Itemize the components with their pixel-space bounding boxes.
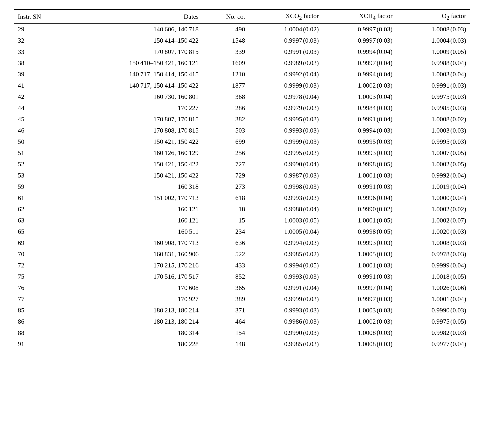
cell-xch4: 0.9994 (0.04) (323, 46, 397, 57)
cell-no-co: 382 (202, 114, 249, 125)
cell-no-co: 636 (202, 237, 249, 248)
cell-no-co: 1210 (202, 69, 249, 80)
cell-o2: 1.0002 (0.07) (396, 215, 470, 226)
cell-instr-sn: 53 (14, 170, 68, 181)
table-row: 62 160 121 18 0.9988 (0.04) 0.9990 (0.02… (14, 203, 470, 215)
table-row: 72 170 215, 170 216 433 0.9994 (0.05) 1.… (14, 260, 470, 271)
cell-o2: 1.0002 (0.05) (396, 159, 470, 170)
table-row: 33 170 807, 170 815 339 0.9991 (0.03) 0.… (14, 46, 470, 57)
cell-no-co: 256 (202, 147, 249, 159)
table-row: 46 170 808, 170 815 503 0.9993 (0.03) 0.… (14, 125, 470, 136)
cell-no-co: 234 (202, 226, 249, 237)
cell-instr-sn: 44 (14, 102, 68, 114)
table-row: 52 150 421, 150 422 727 0.9990 (0.04) 0.… (14, 159, 470, 170)
cell-xch4: 1.0005 (0.03) (323, 248, 397, 260)
cell-xco2: 0.9988 (0.04) (249, 203, 323, 215)
cell-no-co: 464 (202, 316, 249, 327)
cell-instr-sn: 46 (14, 125, 68, 136)
cell-xco2: 0.9987 (0.03) (249, 170, 323, 181)
cell-no-co: 729 (202, 170, 249, 181)
cell-dates: 170 807, 170 815 (68, 46, 202, 57)
cell-xco2: 0.9985 (0.03) (249, 338, 323, 350)
cell-no-co: 727 (202, 159, 249, 170)
cell-o2: 0.9977 (0.04) (396, 338, 470, 350)
cell-o2: 0.9991 (0.03) (396, 80, 470, 91)
cell-instr-sn: 59 (14, 181, 68, 192)
cell-dates: 160 730, 160 801 (68, 91, 202, 102)
cell-instr-sn: 38 (14, 57, 68, 69)
cell-dates: 170 608 (68, 282, 202, 293)
table-row: 51 160 126, 160 129 256 0.9995 (0.03) 0.… (14, 147, 470, 159)
cell-xco2: 0.9990 (0.04) (249, 159, 323, 170)
cell-instr-sn: 42 (14, 91, 68, 102)
table-row: 69 160 908, 170 713 636 0.9994 (0.03) 0.… (14, 237, 470, 248)
cell-o2: 1.0020 (0.03) (396, 226, 470, 237)
col-header-xco2-factor: XCO2 factor (249, 10, 323, 24)
cell-instr-sn: 72 (14, 260, 68, 271)
cell-xco2: 0.9993 (0.03) (249, 125, 323, 136)
cell-xco2: 0.9997 (0.03) (249, 35, 323, 46)
cell-no-co: 852 (202, 271, 249, 282)
cell-dates: 170 807, 170 815 (68, 114, 202, 125)
table-row: 63 160 121 15 1.0003 (0.05) 1.0001 (0.05… (14, 215, 470, 226)
cell-no-co: 154 (202, 327, 249, 338)
table-row: 76 170 608 365 0.9991 (0.04) 0.9997 (0.0… (14, 282, 470, 293)
cell-o2: 0.9990 (0.03) (396, 305, 470, 316)
table-row: 91 180 228 148 0.9985 (0.03) 1.0008 (0.0… (14, 338, 470, 350)
table-row: 50 150 421, 150 422 699 0.9999 (0.03) 0.… (14, 136, 470, 147)
cell-o2: 1.0003 (0.04) (396, 69, 470, 80)
cell-xch4: 0.9997 (0.04) (323, 57, 397, 69)
cell-xch4: 0.9984 (0.03) (323, 102, 397, 114)
cell-xco2: 0.9995 (0.03) (249, 114, 323, 125)
cell-dates: 150 421, 150 422 (68, 159, 202, 170)
cell-o2: 1.0002 (0.02) (396, 203, 470, 215)
table-row: 53 150 421, 150 422 729 0.9987 (0.03) 1.… (14, 170, 470, 181)
cell-dates: 151 002, 170 713 (68, 192, 202, 203)
col-header-dates: Dates (68, 10, 202, 24)
table-row: 88 180 314 154 0.9990 (0.03) 1.0008 (0.0… (14, 327, 470, 338)
cell-instr-sn: 76 (14, 282, 68, 293)
cell-xch4: 0.9997 (0.03) (323, 35, 397, 46)
cell-instr-sn: 45 (14, 114, 68, 125)
cell-o2: 1.0026 (0.06) (396, 282, 470, 293)
cell-dates: 140 717, 150 414, 150 415 (68, 69, 202, 80)
cell-dates: 170 927 (68, 293, 202, 305)
cell-instr-sn: 50 (14, 136, 68, 147)
cell-xch4: 0.9991 (0.03) (323, 271, 397, 282)
cell-xco2: 1.0005 (0.04) (249, 226, 323, 237)
col-header-instr-sn: Instr. SN (14, 10, 68, 24)
data-table: Instr. SN Dates No. co. XCO2 factor XCH4… (14, 9, 470, 350)
cell-o2: 1.0008 (0.03) (396, 24, 470, 35)
cell-o2: 1.0008 (0.02) (396, 114, 470, 125)
table-row: 77 170 927 389 0.9999 (0.03) 0.9997 (0.0… (14, 293, 470, 305)
cell-instr-sn: 86 (14, 316, 68, 327)
cell-xco2: 0.9999 (0.03) (249, 80, 323, 91)
cell-xco2: 0.9994 (0.03) (249, 237, 323, 248)
cell-xch4: 1.0008 (0.03) (323, 338, 397, 350)
cell-dates: 160 121 (68, 203, 202, 215)
cell-xco2: 0.9991 (0.03) (249, 46, 323, 57)
cell-instr-sn: 33 (14, 46, 68, 57)
cell-no-co: 1877 (202, 80, 249, 91)
cell-xch4: 0.9998 (0.05) (323, 226, 397, 237)
cell-xch4: 1.0002 (0.03) (323, 316, 397, 327)
cell-xch4: 1.0008 (0.03) (323, 327, 397, 338)
cell-o2: 0.9982 (0.03) (396, 327, 470, 338)
cell-xch4: 0.9991 (0.03) (323, 181, 397, 192)
cell-instr-sn: 62 (14, 203, 68, 215)
table-row: 44 170 227 286 0.9979 (0.03) 0.9984 (0.0… (14, 102, 470, 114)
cell-xch4: 0.9993 (0.03) (323, 147, 397, 159)
cell-instr-sn: 77 (14, 293, 68, 305)
cell-instr-sn: 29 (14, 24, 68, 35)
cell-o2: 1.0000 (0.04) (396, 192, 470, 203)
cell-xch4: 1.0001 (0.03) (323, 260, 397, 271)
cell-xco2: 0.9978 (0.04) (249, 91, 323, 102)
cell-dates: 140 717, 150 414–150 422 (68, 80, 202, 91)
cell-xco2: 0.9979 (0.03) (249, 102, 323, 114)
cell-instr-sn: 88 (14, 327, 68, 338)
table-row: 45 170 807, 170 815 382 0.9995 (0.03) 0.… (14, 114, 470, 125)
col-header-no-co: No. co. (202, 10, 249, 24)
cell-xco2: 0.9993 (0.03) (249, 305, 323, 316)
cell-xch4: 1.0001 (0.03) (323, 170, 397, 181)
cell-o2: 0.9975 (0.05) (396, 316, 470, 327)
